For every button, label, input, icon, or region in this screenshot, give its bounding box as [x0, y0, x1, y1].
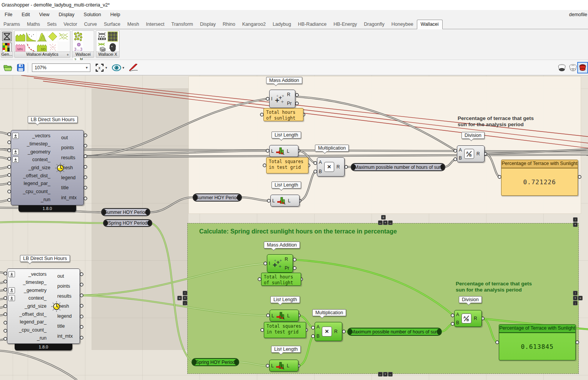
zoom-level-select[interactable]: 107%▾	[32, 63, 90, 72]
lb-direct-sun-hours-2[interactable]: _vectors _timestep_ _geometry context_ _…	[7, 268, 80, 344]
three-three-purple-icon[interactable]: 3↔3	[73, 42, 83, 52]
internalized-data-icon[interactable]	[8, 287, 15, 293]
grasshopper-canvas[interactable]: Calculate: Spring direct sunlight hours …	[0, 75, 588, 380]
scroll-up-icon[interactable]: ↑	[573, 217, 578, 222]
menu-view[interactable]: View	[35, 12, 54, 17]
scroll-left-icon[interactable]: ←	[378, 220, 383, 225]
menu-file[interactable]: File	[0, 12, 17, 17]
tab-hb-energy[interactable]: HB-Energy	[330, 20, 360, 29]
tab-curve[interactable]: Curve	[81, 20, 100, 29]
tab-params[interactable]: Params	[0, 20, 23, 29]
pareto-curve-icon[interactable]	[26, 42, 36, 52]
tab-display[interactable]: Display	[197, 20, 219, 29]
mn-chart-icon[interactable]: MN	[15, 42, 25, 52]
preview-eye-icon[interactable]	[112, 63, 122, 72]
internalized-data-icon[interactable]	[12, 157, 19, 163]
total-hours-panel-2[interactable]: Total hoursof sunlight	[261, 273, 301, 286]
sd-area-icon[interactable]: SD	[37, 42, 47, 52]
menu-solution[interactable]: Solution	[79, 12, 106, 17]
multiplication-2[interactable]: AB × R	[315, 322, 342, 341]
tab-transform[interactable]: Transform	[168, 20, 197, 29]
tab-sets[interactable]: Sets	[43, 20, 60, 29]
division-2[interactable]: AB AB R	[454, 310, 482, 327]
summer-hoy-capsule-2[interactable]: Summer HOY Period	[193, 193, 242, 202]
chevron-down-icon[interactable]: ▾	[123, 66, 125, 70]
scatter-faint-icon[interactable]	[48, 42, 58, 52]
expand-icon[interactable]: +	[67, 52, 69, 57]
division-1[interactable]: AB AB R	[457, 145, 485, 162]
preview-shaded-selected[interactable]	[577, 62, 588, 73]
open-file-icon[interactable]	[3, 63, 12, 72]
scroll-down-icon[interactable]: ↓	[183, 301, 187, 305]
scroll-add-icon[interactable]: +	[383, 372, 388, 377]
group-menu-icon[interactable]: ≡	[381, 215, 386, 220]
diamond-chart-icon[interactable]	[48, 32, 58, 42]
chevron-down-icon[interactable]: ▾	[105, 66, 107, 70]
tab-intersect[interactable]: Intersect	[143, 20, 168, 29]
scroll-up-icon[interactable]: ↑	[183, 291, 187, 295]
menu-help[interactable]: Help	[106, 12, 125, 17]
lb-direct-sun-hours-1[interactable]: _vectors _timestep_ _geometry context_ _…	[11, 130, 84, 205]
list-length-3[interactable]: L L L	[270, 310, 299, 322]
internalized-data-icon[interactable]	[8, 295, 15, 301]
scroll-right-icon[interactable]: →	[388, 372, 393, 377]
spring-hoy-capsule-1[interactable]: Spring HOY Period	[103, 219, 152, 227]
pct-sunlight-panel-spring[interactable]: Percentage of Terrace with Sunlight 0.61…	[499, 324, 576, 360]
tab-vector[interactable]: Vector	[60, 20, 80, 29]
spring-hoy-capsule-2[interactable]: Spring HOY Period	[192, 358, 239, 366]
tab-surface[interactable]: Surface	[100, 20, 124, 29]
internalized-data-icon[interactable]	[12, 149, 19, 155]
multiplication-1[interactable]: AB × R	[317, 157, 345, 177]
list-length-1[interactable]: L L L	[269, 145, 298, 157]
scroll-left-icon[interactable]: ←	[378, 372, 383, 377]
list-length-4[interactable]: L L L	[269, 360, 298, 372]
tab-mesh[interactable]: Mesh	[124, 20, 143, 29]
scroll-add-icon[interactable]: +	[183, 296, 187, 300]
tab-rhino[interactable]: Rhino	[219, 20, 239, 29]
max-hours-capsule-2[interactable]: Maximum possible number of hours of sun	[347, 328, 442, 336]
pct-sunlight-panel-summer[interactable]: Percentage of Terrace with Sunlight 0.72…	[501, 160, 578, 196]
distribution-icon[interactable]	[37, 32, 47, 42]
total-squares-panel-2[interactable]: Total squaresin test grid	[264, 322, 306, 338]
max-hours-capsule-1[interactable]: Maximum possible number of hours of sun	[351, 163, 445, 171]
menu-display[interactable]: Display	[54, 12, 79, 17]
preview-off-icon[interactable]	[557, 63, 567, 72]
scroll-right-icon[interactable]: →	[388, 220, 393, 225]
tab-wallacei[interactable]: Wallacei	[417, 20, 443, 29]
parallel-coords-icon[interactable]	[58, 32, 68, 42]
list-length-2[interactable]: L L L	[270, 195, 300, 207]
tab-maths[interactable]: Maths	[23, 20, 43, 29]
gene-pool-icon[interactable]	[2, 32, 12, 42]
scroll-down-icon[interactable]: ↓	[573, 301, 578, 305]
internalized-data-icon[interactable]	[8, 271, 15, 277]
preview-wire-icon[interactable]	[568, 63, 578, 72]
fitness-chart-icon[interactable]	[15, 32, 25, 42]
total-hours-panel-1[interactable]: Total hoursof sunlight	[263, 108, 303, 121]
dna-icon[interactable]	[97, 32, 107, 42]
gene-grid-icon[interactable]	[2, 42, 12, 52]
menu-edit[interactable]: Edit	[17, 12, 35, 17]
internalized-data-icon[interactable]	[12, 133, 19, 139]
zoom-extents-icon[interactable]: x	[95, 63, 104, 72]
sd-curve-icon[interactable]	[26, 32, 36, 42]
image-grid-icon[interactable]	[108, 32, 118, 42]
portrait-icon[interactable]	[108, 42, 118, 52]
save-file-icon[interactable]	[16, 63, 25, 72]
scroll-add-icon[interactable]: +	[573, 296, 578, 300]
cluster-icon[interactable]	[73, 32, 83, 42]
tab-hb-radiance[interactable]: HB-Radiance	[295, 20, 330, 29]
mass-addition-2[interactable]: I +++++ RPr	[267, 254, 293, 273]
grip-icon[interactable]: ≡	[578, 296, 583, 300]
scroll-add-icon[interactable]: +	[383, 220, 388, 225]
summer-hoy-capsule-1[interactable]: Summer HOY Period	[101, 208, 150, 216]
dna-cube-icon[interactable]	[97, 42, 107, 52]
tab-kangaroo2[interactable]: Kangaroo2	[239, 20, 269, 29]
scroll-add-icon[interactable]: +	[573, 222, 578, 227]
tab-honeybee[interactable]: Honeybee	[388, 20, 417, 29]
mass-addition-1[interactable]: I +++++ RPr	[269, 90, 295, 108]
total-squares-panel-1[interactable]: Total squaresin test grid	[266, 157, 308, 173]
scroll-up-icon[interactable]: ↑	[573, 291, 578, 295]
sketch-pen-icon[interactable]	[128, 63, 138, 72]
tab-dragonfly[interactable]: Dragonfly	[360, 20, 388, 29]
grip-icon[interactable]: ≡	[177, 296, 182, 300]
